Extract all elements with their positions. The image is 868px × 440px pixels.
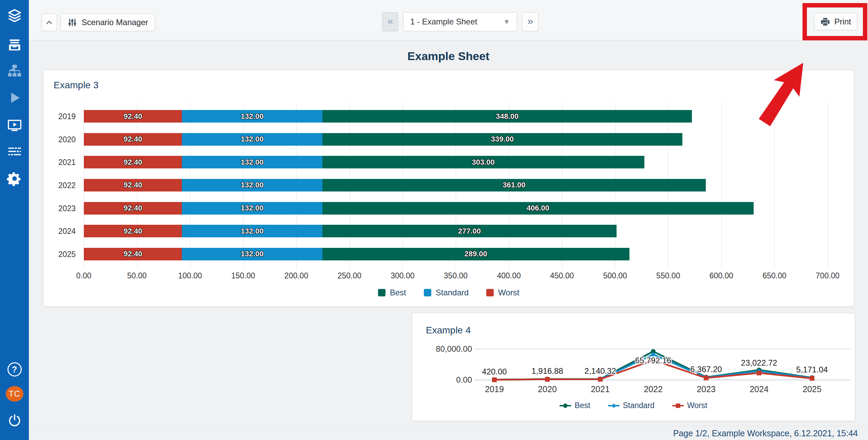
y-axis-category-label: 2023: [43, 204, 76, 213]
play-icon[interactable]: [0, 88, 29, 107]
x-axis-tick-label: 50.00: [117, 271, 157, 280]
help-icon[interactable]: ?: [0, 360, 29, 379]
y-axis-category-label: 2021: [43, 158, 76, 167]
y-axis-category-label: 2025: [43, 250, 76, 259]
bar-value-label: 92.40: [124, 181, 142, 189]
legend-swatch: [424, 289, 431, 296]
layers-icon[interactable]: [0, 6, 29, 25]
x-axis-tick-label: 2021: [591, 384, 610, 394]
print-label: Print: [834, 17, 851, 26]
bar-value-label: 361.00: [503, 181, 525, 189]
bar-segment-best: 289.00: [322, 248, 629, 260]
x-axis-tick-label: 2024: [750, 384, 769, 394]
legend-marker: [608, 403, 620, 409]
x-axis-tick-label: 250.00: [329, 271, 370, 280]
stacked-bar-chart: 0.0050.00100.00150.00200.00250.00300.003…: [43, 70, 854, 306]
x-axis-tick-label: 2019: [485, 384, 504, 394]
bar-segment-standard: 132.00: [182, 133, 322, 146]
bar-value-label: 289.00: [465, 250, 487, 258]
bar-value-label: 132.00: [241, 181, 263, 189]
chart-legend: BestStandardWorst: [412, 401, 855, 410]
point-value-label: 6,367.20: [690, 365, 722, 374]
sheet-selector-dropdown[interactable]: 1 - Example Sheet ▼: [403, 12, 517, 31]
bar-segment-best: 277.00: [322, 225, 617, 237]
bar-value-label: 92.40: [124, 112, 142, 121]
x-axis-tick-label: 150.00: [223, 271, 264, 280]
legend-item-standard[interactable]: Standard: [608, 401, 655, 410]
point-value-label: 65,792.16: [635, 356, 672, 365]
legend-marker: [672, 403, 684, 409]
bar-value-label: 92.40: [124, 250, 142, 258]
sheet-selector-value: 1 - Example Sheet: [410, 17, 477, 26]
user-avatar[interactable]: TC: [0, 384, 29, 403]
bar-value-label: 339.00: [491, 135, 514, 144]
sidebar: ? TC: [0, 0, 29, 440]
x-axis-tick-label: 650.00: [754, 271, 795, 280]
settings-gear-icon[interactable]: [0, 169, 29, 188]
y-axis-category-label: 2022: [43, 181, 76, 190]
legend-marker: [560, 403, 571, 409]
video-player-icon[interactable]: [0, 115, 29, 134]
legend-item-best[interactable]: Best: [560, 401, 590, 410]
legend-swatch: [486, 289, 494, 296]
bar-value-label: 406.00: [527, 204, 549, 213]
x-axis-tick-label: 100.00: [170, 271, 210, 280]
bar-segment-best: 361.00: [322, 179, 706, 191]
y-axis-tick-label: 0.00: [456, 375, 472, 384]
scenario-sliders-icon: [67, 17, 77, 28]
printer-icon: [820, 17, 830, 27]
chart-legend: BestStandardWorst: [43, 288, 854, 297]
legend-item-standard[interactable]: Standard: [424, 288, 469, 297]
bar-segment-standard: 132.00: [182, 202, 322, 215]
example-3-chart-panel: Example 3 0.0050.00100.00150.00200.00250…: [43, 70, 854, 307]
y-axis-category-label: 2024: [43, 227, 76, 236]
footer-divider: [29, 426, 868, 426]
marker-worst: [545, 377, 550, 382]
bar-value-label: 348.00: [496, 112, 518, 121]
hierarchy-icon[interactable]: [0, 61, 29, 80]
logout-power-icon[interactable]: [0, 411, 29, 430]
legend-item-worst[interactable]: Worst: [672, 401, 707, 410]
marker-worst: [598, 377, 603, 382]
scenario-manager-button[interactable]: Scenario Manager: [60, 14, 155, 31]
point-value-label: 2,140.32: [584, 366, 616, 375]
gridline: [828, 102, 828, 269]
point-value-label: 1,916.88: [531, 366, 563, 375]
chevron-down-icon: ▼: [503, 18, 510, 26]
next-sheet-button[interactable]: »: [522, 12, 539, 31]
bar-segment-worst: 92.40: [84, 156, 182, 168]
bar-value-label: 303.00: [472, 158, 494, 167]
example-4-chart-panel: Example 4 80,000.000.0020192020202120222…: [412, 313, 855, 421]
y-axis-category-label: 2020: [43, 135, 76, 144]
collapse-toolbar-button[interactable]: [41, 14, 57, 31]
page-title: Example Sheet: [29, 50, 868, 63]
legend-item-worst[interactable]: Worst: [486, 288, 519, 297]
x-axis-tick-label: 0.00: [63, 271, 104, 280]
legend-item-best[interactable]: Best: [378, 288, 406, 297]
bar-value-label: 132.00: [241, 158, 263, 167]
x-axis-tick-label: 2023: [697, 384, 716, 394]
point-value-label: 5,171.04: [796, 365, 828, 374]
x-axis-tick-label: 400.00: [489, 271, 529, 280]
bar-segment-worst: 92.40: [84, 110, 182, 123]
x-axis-tick-label: 700.00: [807, 271, 848, 280]
marker-worst: [704, 375, 709, 380]
bar-segment-worst: 92.40: [84, 179, 182, 191]
bar-value-label: 132.00: [241, 250, 263, 258]
gridline: [721, 102, 722, 269]
bar-segment-worst: 92.40: [84, 225, 182, 237]
x-axis-tick-label: 450.00: [542, 271, 582, 280]
previous-sheet-button[interactable]: «: [382, 12, 398, 31]
bar-segment-best: 303.00: [322, 156, 644, 168]
x-axis-tick-label: 2025: [803, 384, 822, 394]
bar-value-label: 92.40: [124, 227, 142, 236]
chevrons-left-icon: «: [388, 16, 393, 28]
archive-icon[interactable]: [0, 35, 29, 54]
print-button[interactable]: Print: [814, 13, 857, 30]
bar-value-label: 132.00: [241, 112, 263, 121]
bar-segment-standard: 132.00: [182, 156, 322, 168]
sliders-icon[interactable]: [0, 142, 29, 161]
x-axis-tick-label: 2020: [538, 384, 557, 394]
x-axis-tick-label: 2022: [644, 384, 663, 394]
bar-value-label: 92.40: [124, 135, 142, 144]
